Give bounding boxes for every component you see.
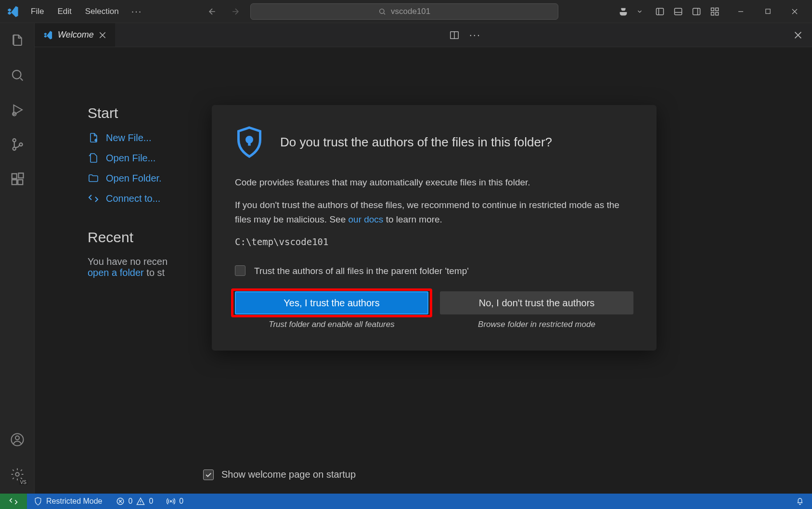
start-connect-label: Connect to... [106,193,160,204]
svg-point-24 [170,501,172,502]
activity-settings-icon[interactable]: VS [0,457,34,492]
layout-sidebar-right-icon[interactable] [688,3,705,20]
status-remote-icon[interactable] [0,494,27,509]
copilot-chevron-icon[interactable] [635,3,644,20]
open-folder-link[interactable]: open a folder [88,267,144,278]
svg-point-9 [13,70,21,79]
layout-customize-icon[interactable] [706,3,723,20]
vscode-logo-icon [7,5,19,18]
activity-bar: VS [0,23,35,494]
status-problems[interactable]: 0 0 [109,494,160,509]
open-file-icon [88,152,99,164]
svg-rect-1 [657,8,664,14]
svg-rect-8 [765,9,770,13]
nav-back-icon[interactable] [204,3,220,20]
start-open-file-label: Open File... [106,153,155,164]
menu-edit[interactable]: Edit [51,4,78,19]
status-restricted-label: Restricted Mode [46,497,103,506]
broadcast-icon [167,497,175,506]
svg-rect-17 [18,173,23,178]
svg-point-19 [15,436,19,440]
dialog-paragraph-2: If you don't trust the authors of these … [235,198,633,226]
tab-more-icon[interactable]: ··· [469,29,481,41]
workspace-trust-dialog: Do you trust the authors of the files in… [212,105,657,351]
copilot-icon[interactable] [615,3,632,20]
search-icon [378,8,386,15]
svg-rect-14 [12,174,16,179]
trust-no-button[interactable]: No, I don't trust the authors [440,291,633,314]
svg-rect-2 [675,8,682,14]
warning-icon [136,497,145,506]
status-restricted-mode[interactable]: Restricted Mode [27,494,109,509]
dialog-paragraph-1: Code provides features that may automati… [235,175,633,189]
svg-point-12 [13,147,15,150]
svg-rect-15 [12,180,16,184]
svg-point-11 [13,139,15,142]
our-docs-link[interactable]: our docs [348,214,384,224]
layout-panel-icon[interactable] [670,3,687,20]
svg-point-22 [247,137,252,143]
layout-sidebar-left-icon[interactable] [651,3,669,20]
tab-close-icon[interactable] [99,31,106,39]
editor-tab-bar: Welcome ··· [35,23,812,47]
dialog-title: Do you trust the authors of the files in… [280,132,552,152]
activity-extensions-icon[interactable] [0,162,34,196]
start-open-folder-label: Open Folder. [106,173,162,184]
shield-icon [235,125,264,159]
status-bar: Restricted Mode 0 0 0 [0,494,812,509]
trust-parent-checkbox[interactable] [235,265,245,276]
activity-accounts-icon[interactable] [0,422,34,457]
activity-run-debug-icon[interactable] [0,92,34,127]
tab-title: Welcome [58,30,94,40]
split-editor-icon[interactable] [449,30,460,40]
title-bar: File Edit Selection ··· vscode101 [0,0,812,23]
activity-search-icon[interactable] [0,58,34,92]
editor-group-close-icon[interactable] [794,31,802,39]
svg-rect-3 [693,8,700,14]
tab-welcome[interactable]: Welcome [35,23,116,47]
new-file-icon [88,132,99,144]
svg-point-0 [380,9,384,13]
menu-file[interactable]: File [24,4,51,19]
svg-rect-7 [716,12,719,15]
check-icon [205,471,212,479]
activity-source-control-icon[interactable] [0,127,34,162]
dialog-folder-path: C:\temp\vscode101 [235,235,633,249]
svg-rect-5 [716,8,719,11]
vscode-tab-icon [43,30,53,40]
trust-yes-button[interactable]: Yes, I trust the authors [235,291,428,314]
command-center-text: vscode101 [391,7,430,16]
svg-rect-16 [18,180,23,184]
window-close-icon[interactable] [781,0,808,23]
menu-more-icon[interactable]: ··· [126,3,148,20]
trust-no-subtitle: Browse folder in restricted mode [478,318,595,331]
start-new-file-label: New File... [106,132,151,144]
svg-rect-6 [711,12,714,15]
nav-forward-icon[interactable] [227,3,244,20]
remote-icon [88,193,99,204]
status-ports-count: 0 [179,497,183,506]
window-maximize-icon[interactable] [754,0,781,23]
svg-rect-4 [711,8,714,11]
status-notifications-icon[interactable] [788,494,812,509]
error-icon [116,497,125,506]
show-welcome-label: Show welcome page on startup [221,469,356,480]
menu-selection[interactable]: Selection [78,4,126,19]
window-minimize-icon[interactable] [727,0,754,23]
status-ports[interactable]: 0 [160,494,190,509]
status-errors-count: 0 [129,497,133,506]
open-folder-icon [88,172,99,184]
shield-small-icon [34,497,42,506]
trust-parent-label: Trust the authors of all files in the pa… [254,264,469,278]
show-welcome-checkbox[interactable] [203,470,214,480]
activity-explorer-icon[interactable] [0,23,34,58]
command-center[interactable]: vscode101 [250,3,558,20]
svg-point-20 [15,472,19,476]
status-warnings-count: 0 [149,497,153,506]
trust-yes-subtitle: Trust folder and enable all features [269,318,394,331]
